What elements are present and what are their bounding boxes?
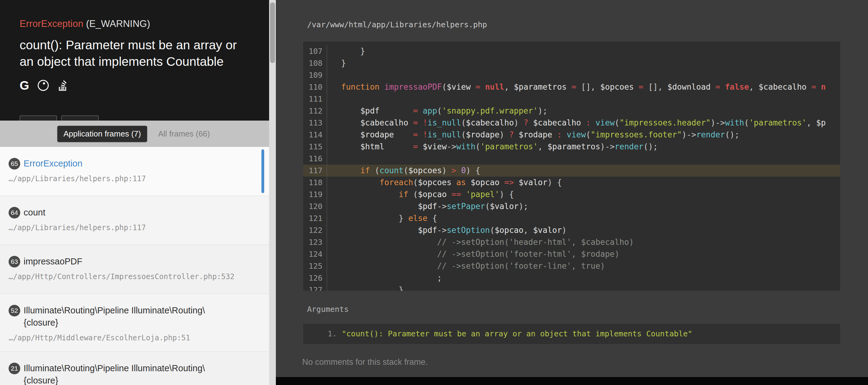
frame-path: …/app/Http/Controllers/ImpressoesControl… xyxy=(8,272,260,281)
code-text: foreach($opcoes as $opcao => $valor) { xyxy=(327,177,562,188)
frame-number-badge: 63 xyxy=(8,256,20,268)
code-line: 108} xyxy=(303,57,840,69)
frame-title: Illuminate\Routing\Pipeline Illuminate\R… xyxy=(24,304,235,329)
frame-item[interactable]: 63impressaoPDF…/app/Http/Controllers/Imp… xyxy=(0,245,269,294)
code-line: 107 } xyxy=(303,45,840,57)
code-line: 114 $rodape = !is_null($rodape) ? $rodap… xyxy=(303,129,840,141)
frame-item[interactable]: 64count…/app/Libraries/helpers.php:117 xyxy=(0,196,269,245)
file-path: /var/www/html/app/Libraries/helpers.php xyxy=(307,20,487,29)
frame-item[interactable]: 65ErrorException…/app/Libraries/helpers.… xyxy=(0,147,269,196)
code-text xyxy=(327,93,341,105)
code-line: 124 // ->setOption('footer-html', $rodap… xyxy=(303,248,840,260)
tab-all-frames[interactable]: All frames (66) xyxy=(156,126,212,142)
line-number: 125 xyxy=(303,260,327,272)
left-panel-scrollbar[interactable] xyxy=(269,0,276,385)
line-number: 108 xyxy=(303,57,327,69)
frames-list: 65ErrorException…/app/Libraries/helpers.… xyxy=(0,147,269,385)
argument-value: "count(): Parameter must be an array or … xyxy=(342,328,692,340)
line-number: 123 xyxy=(303,236,327,248)
frame-title-row: 65ErrorException xyxy=(8,157,260,170)
code-text: } xyxy=(327,57,346,69)
code-panel: /var/www/html/app/Libraries/helpers.php … xyxy=(276,0,868,385)
line-number: 120 xyxy=(303,201,327,212)
code-block: 107 }108}109110function impressaoPDF($vi… xyxy=(303,42,840,291)
frame-item[interactable]: 21Illuminate\Routing\Pipeline Illuminate… xyxy=(0,352,269,385)
google-search-icon[interactable]: G xyxy=(20,79,29,92)
code-text: $pdf->setOption($opcao, $valor) xyxy=(327,224,567,236)
frame-title-row: 63impressaoPDF xyxy=(8,255,260,268)
code-line: 109 xyxy=(303,69,840,81)
code-text: function impressaoPDF($view = null, $par… xyxy=(327,81,826,93)
exception-class-line: ErrorException (E_WARNING) xyxy=(20,19,249,29)
code-lines: 107 }108}109110function impressaoPDF($vi… xyxy=(303,45,840,291)
code-line: 126 ; xyxy=(303,272,840,284)
line-number: 109 xyxy=(303,69,327,81)
frame-path: …/app/Libraries/helpers.php:117 xyxy=(8,174,260,183)
frame-item[interactable]: 52Illuminate\Routing\Pipeline Illuminate… xyxy=(0,294,269,352)
code-text: ; xyxy=(327,272,442,284)
code-line: 113 $cabecalho = !is_null($cabecalho) ? … xyxy=(303,117,840,129)
code-line: 121 } else { xyxy=(303,212,840,224)
line-number: 121 xyxy=(303,212,327,224)
code-line: 112 $pdf = app('snappy.pdf.wrapper'); xyxy=(303,105,840,117)
tab-application-frames[interactable]: Application frames (7) xyxy=(57,126,147,142)
code-line: 125 // ->setOption('footer-line', true) xyxy=(303,260,840,272)
line-number: 127 xyxy=(303,284,327,291)
frame-title-row: 52Illuminate\Routing\Pipeline Illuminate… xyxy=(8,304,260,329)
line-number: 112 xyxy=(303,105,327,117)
left-panel: ErrorException (E_WARNING) count(): Para… xyxy=(0,0,269,385)
exception-message: count(): Parameter must be an array or a… xyxy=(20,37,249,70)
line-number: 110 xyxy=(303,81,327,93)
code-line: 122 $pdf->setOption($opcao, $valor) xyxy=(303,224,840,236)
frame-title-row: 64count xyxy=(8,206,260,218)
argument-index: 1. xyxy=(303,328,337,340)
code-line: 116 xyxy=(303,153,840,165)
code-text: if ($opcao == 'papel') { xyxy=(327,188,514,201)
duckduckgo-search-icon[interactable] xyxy=(38,80,49,91)
code-text xyxy=(327,153,341,165)
code-text: $pdf->setPaper($valor); xyxy=(327,201,528,212)
code-text: $rodape = !is_null($rodape) ? $rodape : … xyxy=(327,129,739,141)
line-number: 107 xyxy=(303,45,327,57)
code-text: // ->setOption('footer-line', true) xyxy=(327,260,605,272)
line-number: 113 xyxy=(303,117,327,129)
code-text: if (count($opcoes) > 0) { xyxy=(327,165,480,177)
frame-title: ErrorException xyxy=(24,157,83,170)
clipped-button-left[interactable] xyxy=(20,115,57,120)
code-text: // ->setOption('header-html', $cabecalho… xyxy=(327,236,634,248)
stackoverflow-search-icon[interactable] xyxy=(57,80,68,91)
argument-item: 1."count(): Parameter must be an array o… xyxy=(303,328,840,340)
exception-class-name: ErrorException xyxy=(20,19,83,29)
frame-path: …/app/Libraries/helpers.php:117 xyxy=(8,223,260,232)
frame-number-badge: 21 xyxy=(8,363,20,374)
code-line: 127 } xyxy=(303,284,840,291)
code-line-highlighted: 117 if (count($opcoes) > 0) { xyxy=(303,165,840,177)
code-text: } xyxy=(327,45,365,57)
code-text: } else { xyxy=(327,212,437,224)
code-line: 115 $html = $view->with('parametros', $p… xyxy=(303,141,840,153)
frame-title: impressaoPDF xyxy=(24,255,83,268)
arguments-label: Arguments xyxy=(307,305,348,314)
line-number: 115 xyxy=(303,141,327,153)
stackoverflow-icon-svg xyxy=(57,80,68,91)
arguments-list: 1."count(): Parameter must be an array o… xyxy=(303,324,840,344)
no-comments-text: No comments for this stack frame. xyxy=(302,357,428,367)
left-panel-scrollbar-thumb[interactable] xyxy=(270,2,275,63)
code-line: 123 // ->setOption('header-html', $cabec… xyxy=(303,236,840,248)
clipped-button-right[interactable] xyxy=(61,115,99,120)
code-text: $pdf = app('snappy.pdf.wrapper'); xyxy=(327,105,548,117)
line-number: 111 xyxy=(303,93,327,105)
line-number: 122 xyxy=(303,224,327,236)
code-text xyxy=(327,69,341,81)
code-text: // ->setOption('footer-html', $rodape) xyxy=(327,248,619,260)
frames-scrollbar-thumb[interactable] xyxy=(261,149,264,193)
exception-header: ErrorException (E_WARNING) count(): Para… xyxy=(0,0,269,120)
duck-eye-dot xyxy=(43,82,45,84)
exception-severity: (E_WARNING) xyxy=(86,19,150,29)
frame-title: Illuminate\Routing\Pipeline Illuminate\R… xyxy=(24,362,235,385)
line-number: 124 xyxy=(303,248,327,260)
line-number: 126 xyxy=(303,272,327,284)
frames-tab-bar: Application frames (7) All frames (66) xyxy=(0,120,269,147)
code-line: 119 if ($opcao == 'papel') { xyxy=(303,188,840,201)
frame-title: count xyxy=(24,206,45,218)
